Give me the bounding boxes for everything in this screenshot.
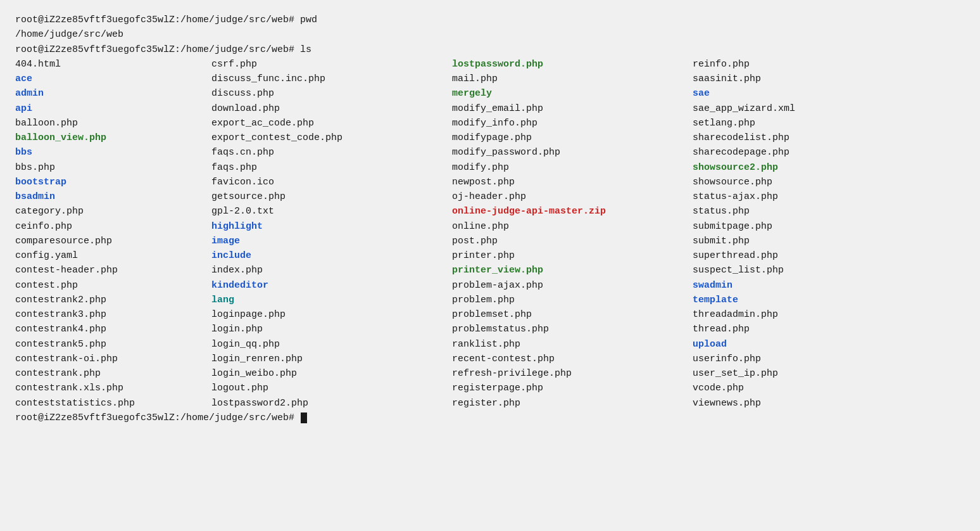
file-item: status.php xyxy=(693,204,889,219)
file-item: modify_password.php xyxy=(452,145,693,160)
column-4: reinfo.phpsaasinit.phpsaesae_app_wizard.… xyxy=(693,57,889,411)
file-item: bbs xyxy=(15,145,211,160)
file-item: modify_info.php xyxy=(452,116,693,131)
file-item: threadadmin.php xyxy=(693,307,889,322)
file-item: lang xyxy=(211,293,452,307)
file-item: problemstatus.php xyxy=(452,322,693,336)
file-item: upload xyxy=(693,337,889,352)
file-item: vcode.php xyxy=(693,381,889,395)
line-pwd-cmd: root@iZ2ze85vftf3uegofc35wlZ:/home/judge… xyxy=(15,13,965,27)
file-item: csrf.php xyxy=(211,57,452,72)
file-item: mail.php xyxy=(452,72,693,86)
column-3: lostpassword.phpmail.phpmergelymodify_em… xyxy=(452,57,693,411)
terminal: root@iZ2ze85vftf3uegofc35wlZ:/home/judge… xyxy=(15,13,965,425)
file-item: sae xyxy=(693,86,889,101)
file-item: bootstrap xyxy=(15,175,211,189)
file-item: index.php xyxy=(211,263,452,278)
file-item: sharecodelist.php xyxy=(693,131,889,145)
file-item: viewnews.php xyxy=(693,396,889,411)
file-item: balloon.php xyxy=(15,116,211,131)
file-item: include xyxy=(211,248,452,263)
file-item: bsadmin xyxy=(15,189,211,204)
file-item: problemset.php xyxy=(452,307,693,322)
file-item: ceinfo.php xyxy=(15,219,211,234)
file-item: register.php xyxy=(452,396,693,411)
file-item: image xyxy=(211,234,452,248)
file-item: category.php xyxy=(15,204,211,219)
file-item: loginpage.php xyxy=(211,307,452,322)
file-item: faqs.php xyxy=(211,160,452,175)
file-item: refresh-privilege.php xyxy=(452,366,693,381)
cmd2: ls xyxy=(300,44,311,55)
line-last-prompt: root@iZ2ze85vftf3uegofc35wlZ:/home/judge… xyxy=(15,411,965,425)
file-item: suspect_list.php xyxy=(693,263,889,278)
file-item: reinfo.php xyxy=(693,57,889,72)
file-item: bbs.php xyxy=(15,160,211,175)
column-1: 404.htmlaceadminapiballoon.phpballoon_vi… xyxy=(15,57,211,411)
file-item: recent-contest.php xyxy=(452,352,693,366)
line-pwd-output: /home/judge/src/web xyxy=(15,27,965,42)
file-item: contest-header.php xyxy=(15,263,211,278)
file-item: contestrank4.php xyxy=(15,322,211,336)
file-item: 404.html xyxy=(15,57,211,72)
file-item: saasinit.php xyxy=(693,72,889,86)
file-item: login.php xyxy=(211,322,452,336)
file-item: login_qq.php xyxy=(211,337,452,352)
file-item: showsource2.php xyxy=(693,160,889,175)
file-item: submitpage.php xyxy=(693,219,889,234)
file-item: faqs.cn.php xyxy=(211,145,452,160)
prompt2: root@iZ2ze85vftf3uegofc35wlZ:/home/judge… xyxy=(15,44,300,55)
file-item: superthread.php xyxy=(693,248,889,263)
file-item: oj-header.php xyxy=(452,189,693,204)
file-item: submit.php xyxy=(693,234,889,248)
prompt1: root@iZ2ze85vftf3uegofc35wlZ:/home/judge… xyxy=(15,15,300,25)
file-item: modify_email.php xyxy=(452,101,693,116)
file-item: status-ajax.php xyxy=(693,189,889,204)
ls-output: 404.htmlaceadminapiballoon.phpballoon_vi… xyxy=(15,57,965,411)
file-item: contestrank.xls.php xyxy=(15,381,211,395)
file-item: discuss.php xyxy=(211,86,452,101)
file-item: sae_app_wizard.xml xyxy=(693,101,889,116)
file-item: export_ac_code.php xyxy=(211,116,452,131)
cmd1: pwd xyxy=(300,15,317,25)
file-item: online.php xyxy=(452,219,693,234)
file-item: contestrank-oi.php xyxy=(15,352,211,366)
file-item: api xyxy=(15,101,211,116)
file-item: comparesource.php xyxy=(15,234,211,248)
file-item: config.yaml xyxy=(15,248,211,263)
file-item: export_contest_code.php xyxy=(211,131,452,145)
file-item: getsource.php xyxy=(211,189,452,204)
file-item: modifypage.php xyxy=(452,131,693,145)
file-item: favicon.ico xyxy=(211,175,452,189)
file-item: download.php xyxy=(211,101,452,116)
prompt-last: root@iZ2ze85vftf3uegofc35wlZ:/home/judge… xyxy=(15,413,300,423)
file-item: thread.php xyxy=(693,322,889,336)
file-item: printer_view.php xyxy=(452,263,693,278)
cursor xyxy=(301,413,307,423)
file-item: mergely xyxy=(452,86,693,101)
file-item: kindeditor xyxy=(211,278,452,293)
file-item: admin xyxy=(15,86,211,101)
file-item: lostpassword.php xyxy=(452,57,693,72)
file-item: login_weibo.php xyxy=(211,366,452,381)
file-item: post.php xyxy=(452,234,693,248)
file-item: ace xyxy=(15,72,211,86)
file-item: contestrank.php xyxy=(15,366,211,381)
file-item: contestrank2.php xyxy=(15,293,211,307)
file-item: gpl-2.0.txt xyxy=(211,204,452,219)
line-ls-cmd: root@iZ2ze85vftf3uegofc35wlZ:/home/judge… xyxy=(15,42,965,57)
file-item: template xyxy=(693,293,889,307)
file-item: contestrank5.php xyxy=(15,337,211,352)
file-item: setlang.php xyxy=(693,116,889,131)
file-item: ranklist.php xyxy=(452,337,693,352)
file-item: showsource.php xyxy=(693,175,889,189)
file-item: userinfo.php xyxy=(693,352,889,366)
file-item: problem.php xyxy=(452,293,693,307)
file-item: lostpassword2.php xyxy=(211,396,452,411)
file-item: conteststatistics.php xyxy=(15,396,211,411)
file-item: login_renren.php xyxy=(211,352,452,366)
file-item: logout.php xyxy=(211,381,452,395)
file-item: online-judge-api-master.zip xyxy=(452,204,693,219)
file-item: balloon_view.php xyxy=(15,131,211,145)
file-item: contestrank3.php xyxy=(15,307,211,322)
